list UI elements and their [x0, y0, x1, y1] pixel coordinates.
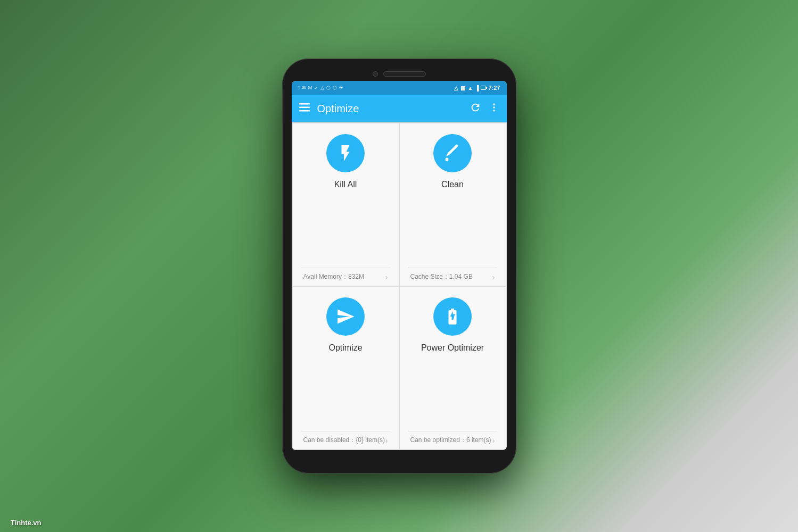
more-icon[interactable]	[489, 102, 499, 115]
optimize-subtitle-row: Can be disabled：{0} item(s) ›	[301, 431, 390, 449]
optimize-item[interactable]: Optimize Can be disabled：{0} item(s) ›	[293, 287, 399, 449]
clean-item[interactable]: Clean Cache Size：1.04 GB ›	[400, 123, 506, 286]
power-optimizer-subtitle: Can be optimized：6 item(s)	[410, 436, 491, 445]
clean-icon-circle	[433, 134, 472, 172]
main-content: Kill All Avail Memory：832M › Clean	[292, 122, 507, 450]
wifi-icon: ▲	[467, 85, 473, 91]
svg-point-3	[493, 103, 495, 105]
power-optimizer-item[interactable]: Power Optimizer Can be optimized：6 item(…	[400, 287, 506, 449]
svg-rect-0	[299, 103, 310, 105]
signal-icon: ▐	[475, 85, 479, 91]
kill-all-icon-circle	[326, 134, 365, 172]
kill-all-subtitle: Avail Memory：832M	[303, 272, 364, 281]
optimize-subtitle: Can be disabled：{0} item(s)	[303, 436, 385, 445]
battery-icon	[481, 86, 486, 90]
clean-title: Clean	[441, 180, 464, 189]
bluetooth-icon: △	[454, 85, 458, 91]
svg-point-5	[493, 110, 495, 111]
app-title-text: Optimize	[317, 103, 359, 115]
clean-subtitle-row: Cache Size：1.04 GB ›	[408, 268, 497, 286]
power-optimizer-subtitle-row: Can be optimized：6 item(s) ›	[408, 431, 497, 449]
messenger-icon: ✉	[302, 85, 306, 90]
drive-icon: △	[320, 85, 324, 90]
phone-frame:  ✉ M ✓ △ ⬡ ⬡ ✈ △ ▦ ▲ ▐ 7:27	[282, 59, 516, 473]
svg-rect-2	[299, 110, 310, 112]
kill-all-title: Kill All	[334, 180, 357, 189]
svg-point-4	[493, 106, 495, 108]
kill-all-chevron: ›	[385, 273, 388, 281]
kill-all-subtitle-row: Avail Memory：832M ›	[301, 268, 390, 286]
status-bar:  ✉ M ✓ △ ⬡ ⬡ ✈ △ ▦ ▲ ▐ 7:27	[292, 81, 507, 95]
paper-plane-icon	[336, 307, 355, 326]
power-optimizer-icon-circle	[433, 297, 472, 336]
phone-wrapper:  ✉ M ✓ △ ⬡ ⬡ ✈ △ ▦ ▲ ▐ 7:27	[282, 59, 516, 473]
phone-screen:  ✉ M ✓ △ ⬡ ⬡ ✈ △ ▦ ▲ ▐ 7:27	[292, 81, 507, 450]
kill-all-item[interactable]: Kill All Avail Memory：832M ›	[293, 123, 399, 286]
instagram-icon: ⬡	[326, 85, 331, 90]
optimize-icon-circle	[326, 297, 365, 336]
app-title-bar: Optimize	[292, 95, 507, 122]
watermark: Tinhte.vn	[11, 519, 42, 527]
phone-top-bar	[292, 68, 507, 81]
app-title-right	[470, 102, 499, 116]
lightning-icon	[336, 144, 355, 163]
battery-optimize-icon	[443, 307, 462, 326]
app-title-left: Optimize	[299, 103, 359, 115]
power-optimizer-chevron: ›	[492, 436, 495, 445]
clean-subtitle: Cache Size：1.04 GB	[410, 272, 473, 281]
refresh-icon[interactable]	[470, 102, 481, 116]
camera-dot	[373, 71, 378, 77]
instagram2-icon: ⬡	[333, 85, 337, 90]
time-display: 7:27	[488, 85, 500, 91]
power-optimizer-title: Power Optimizer	[421, 343, 484, 353]
speaker-grill	[383, 71, 426, 77]
status-bar-left:  ✉ M ✓ △ ⬡ ⬡ ✈	[298, 85, 344, 90]
vibrate-icon: ▦	[460, 85, 465, 91]
broom-icon	[443, 144, 462, 163]
check-icon: ✓	[314, 85, 318, 90]
optimize-title: Optimize	[328, 343, 362, 353]
hamburger-icon[interactable]	[299, 103, 310, 114]
gmail-icon: M	[308, 85, 312, 90]
svg-rect-1	[299, 106, 310, 108]
status-bar-right: △ ▦ ▲ ▐ 7:27	[454, 85, 500, 91]
facebook-icon: 	[298, 85, 300, 90]
share-icon: ✈	[339, 85, 343, 90]
optimize-chevron: ›	[385, 436, 388, 445]
clean-chevron: ›	[492, 273, 495, 281]
